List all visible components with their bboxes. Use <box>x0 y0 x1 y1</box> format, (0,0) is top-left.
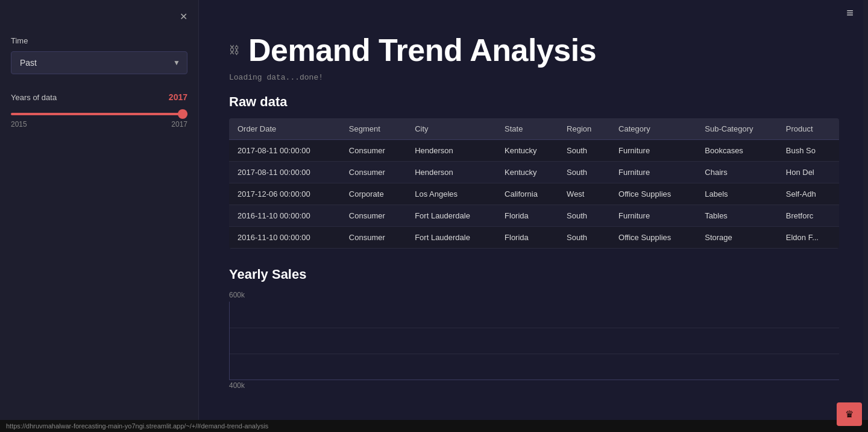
table-cell: South <box>558 140 610 162</box>
main-content-area: ≡ ⛓ Demand Trend Analysis Loading data..… <box>199 0 863 432</box>
table-cell: California <box>496 183 558 205</box>
table-cell: South <box>558 227 610 249</box>
table-row: 2016-11-10 00:00:00ConsumerFort Lauderda… <box>229 227 839 249</box>
hamburger-icon[interactable]: ≡ <box>846 6 854 20</box>
link-icon[interactable]: ⛓ <box>229 44 240 57</box>
table-cell: Fort Lauderdale <box>406 205 496 227</box>
table-cell: 2016-11-10 00:00:00 <box>229 227 341 249</box>
raw-data-title: Raw data <box>229 94 839 110</box>
table-cell: South <box>558 205 610 227</box>
bars-container <box>230 302 839 380</box>
table-cell: Henderson <box>406 140 496 162</box>
yearly-sales-title: Yearly Sales <box>229 267 839 282</box>
slider-min: 2015 <box>11 120 27 129</box>
table-cell: Furniture <box>610 140 696 162</box>
raw-data-table-wrapper: Order Date Segment City State Region Cat… <box>229 118 839 249</box>
col-subcategory: Sub-Category <box>696 118 778 140</box>
col-order-date: Order Date <box>229 118 341 140</box>
table-cell: Consumer <box>341 205 406 227</box>
table-cell: Office Supplies <box>610 183 696 205</box>
table-cell: Consumer <box>341 162 406 183</box>
crown-button[interactable]: ♛ <box>837 402 862 426</box>
col-city: City <box>406 118 496 140</box>
table-row: 2016-11-10 00:00:00ConsumerFort Lauderda… <box>229 205 839 227</box>
chart-gridline-600k <box>230 328 839 328</box>
table-cell: Chairs <box>696 162 778 183</box>
close-button[interactable]: ✕ <box>180 11 187 22</box>
bottom-bar: https://dhruvmahalwar-forecasting-main-y… <box>0 420 868 432</box>
chart-area <box>229 302 839 380</box>
table-cell: Consumer <box>341 227 406 249</box>
table-row: 2017-08-11 00:00:00ConsumerHendersonKent… <box>229 140 839 162</box>
table-cell: Florida <box>496 227 558 249</box>
table-cell: 2016-11-10 00:00:00 <box>229 205 341 227</box>
chart-y-600k: 600k <box>229 291 839 299</box>
col-product: Product <box>778 118 839 140</box>
col-region: Region <box>558 118 610 140</box>
table-cell: Storage <box>696 227 778 249</box>
table-body: 2017-08-11 00:00:00ConsumerHendersonKent… <box>229 140 839 249</box>
chart-gridline-400k <box>230 354 839 354</box>
years-value: 2017 <box>169 92 187 102</box>
page-header: ⛓ Demand Trend Analysis <box>229 32 839 68</box>
topbar: ≡ <box>199 0 863 26</box>
slider-max: 2017 <box>171 120 187 129</box>
table-cell: Labels <box>696 183 778 205</box>
table-cell: Kentucky <box>496 162 558 183</box>
main-content: ⛓ Demand Trend Analysis Loading data...d… <box>199 26 863 414</box>
table-cell: Office Supplies <box>610 227 696 249</box>
table-cell: Bookcases <box>696 140 778 162</box>
table-cell: West <box>558 183 610 205</box>
table-cell: Fort Lauderdale <box>406 227 496 249</box>
table-cell: Corporate <box>341 183 406 205</box>
chart-baseline <box>230 380 839 380</box>
raw-data-table: Order Date Segment City State Region Cat… <box>229 118 839 249</box>
table-cell: 2017-08-11 00:00:00 <box>229 140 341 162</box>
table-cell: Consumer <box>341 140 406 162</box>
table-cell: 2017-12-06 00:00:00 <box>229 183 341 205</box>
time-select[interactable]: Past Future All <box>11 51 187 74</box>
crown-icon: ♛ <box>845 409 854 419</box>
table-header: Order Date Segment City State Region Cat… <box>229 118 839 140</box>
col-segment: Segment <box>341 118 406 140</box>
years-label: Years of data <box>11 93 57 102</box>
time-select-wrapper: Past Future All ▼ <box>11 51 187 74</box>
col-category: Category <box>610 118 696 140</box>
years-label-row: Years of data 2017 <box>11 92 187 102</box>
years-slider[interactable] <box>11 113 187 115</box>
table-cell: Tables <box>696 205 778 227</box>
yearly-sales-section: Yearly Sales 600k 400k <box>229 267 839 390</box>
chart-y-400k: 400k <box>229 381 839 390</box>
table-cell: 2017-08-11 00:00:00 <box>229 162 341 183</box>
table-cell: South <box>558 162 610 183</box>
table-cell: Bretforc <box>778 205 839 227</box>
years-slider-wrapper <box>11 107 187 118</box>
table-row: 2017-08-11 00:00:00ConsumerHendersonKent… <box>229 162 839 183</box>
table-cell: Florida <box>496 205 558 227</box>
url-text: https://dhruvmahalwar-forecasting-main-y… <box>6 422 268 430</box>
loading-status: Loading data...done! <box>229 73 839 82</box>
right-scrollbar[interactable] <box>863 0 868 432</box>
table-cell: Hon Del <box>778 162 839 183</box>
page-title: Demand Trend Analysis <box>248 32 596 68</box>
table-cell: Eldon F... <box>778 227 839 249</box>
table-cell: Kentucky <box>496 140 558 162</box>
sidebar: ✕ Time Past Future All ▼ Years of data 2… <box>0 0 199 432</box>
table-cell: Bush So <box>778 140 839 162</box>
table-cell: Los Angeles <box>406 183 496 205</box>
table-cell: Furniture <box>610 205 696 227</box>
col-state: State <box>496 118 558 140</box>
table-cell: Furniture <box>610 162 696 183</box>
time-label: Time <box>11 36 187 45</box>
table-cell: Self-Adh <box>778 183 839 205</box>
table-cell: Henderson <box>406 162 496 183</box>
table-row: 2017-12-06 00:00:00CorporateLos AngelesC… <box>229 183 839 205</box>
slider-minmax: 2015 2017 <box>11 120 187 129</box>
